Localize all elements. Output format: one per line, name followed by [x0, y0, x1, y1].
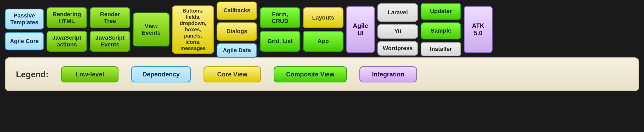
- agile-data-label: Agile Data: [223, 47, 251, 54]
- yii-label: Yii: [394, 28, 401, 35]
- callbacks-node[interactable]: Callbacks: [217, 2, 257, 20]
- passive-templates-node[interactable]: Passive Templates: [5, 9, 44, 29]
- atk-50-node[interactable]: ATK 5.0: [464, 6, 493, 53]
- callbacks-label: Callbacks: [223, 7, 250, 14]
- sample-node[interactable]: Sample: [421, 22, 461, 39]
- agile-core-node[interactable]: Agile Core: [5, 32, 44, 50]
- legend-title: Legend:: [16, 70, 48, 79]
- laravel-node[interactable]: Laravel: [377, 3, 418, 22]
- col-4: View Events: [133, 13, 170, 46]
- javascript-actions-node[interactable]: JavaScript actions: [47, 31, 87, 52]
- layouts-node[interactable]: Layouts: [303, 7, 343, 28]
- col-5: Buttons, fields, dropdown, boxes, panels…: [172, 5, 214, 54]
- col-7: Form, CRUD Grid, List: [260, 7, 300, 52]
- col-2: Rendering HTML JavaScript actions: [47, 7, 87, 52]
- render-tree-label: Render Tree: [100, 11, 120, 25]
- app-node[interactable]: App: [303, 31, 343, 52]
- javascript-events-node[interactable]: JavaScript Events: [90, 31, 130, 52]
- legend-dependency[interactable]: Dependency: [131, 66, 191, 82]
- legend-low-level-label: Low-level: [76, 71, 104, 78]
- col-6: Callbacks Dialogs Agile Data: [217, 2, 257, 58]
- installer-node[interactable]: Installer: [421, 42, 461, 56]
- col-9: Agile UI: [346, 6, 375, 53]
- col-12: ATK 5.0: [464, 6, 493, 53]
- atk-50-label: ATK 5.0: [472, 22, 484, 37]
- legend-area: Legend: Low-level Dependency Core View C…: [5, 57, 639, 91]
- view-events-node[interactable]: View Events: [133, 13, 170, 46]
- dialogs-node[interactable]: Dialogs: [217, 22, 257, 41]
- layouts-label: Layouts: [312, 14, 334, 21]
- legend-integration[interactable]: Integration: [359, 66, 417, 82]
- agile-core-label: Agile Core: [10, 38, 39, 45]
- col-3: Render Tree JavaScript Events: [90, 7, 130, 52]
- legend-dependency-label: Dependency: [142, 71, 180, 78]
- legend-core-view-label: Core View: [217, 71, 247, 78]
- rendering-html-node[interactable]: Rendering HTML: [47, 7, 87, 28]
- legend-composite-view[interactable]: Composite View: [274, 66, 347, 82]
- render-tree-node[interactable]: Render Tree: [90, 7, 130, 28]
- col-10: Laravel Yii Wordpress: [377, 3, 418, 56]
- agile-ui-node[interactable]: Agile UI: [346, 6, 375, 53]
- dialogs-label: Dialogs: [227, 28, 247, 35]
- buttons-fields-node[interactable]: Buttons, fields, dropdown, boxes, panels…: [172, 5, 214, 54]
- rendering-html-label: Rendering HTML: [53, 11, 81, 25]
- col-8: Layouts App: [303, 7, 343, 52]
- grid-list-node[interactable]: Grid, List: [260, 31, 300, 52]
- passive-templates-label: Passive Templates: [10, 12, 38, 26]
- main-diagram: Passive Templates Agile Core Rendering H…: [0, 0, 644, 57]
- col-11: Updater Sample Installer: [421, 3, 461, 56]
- grid-list-label: Grid, List: [267, 38, 293, 45]
- wordpress-node[interactable]: Wordpress: [377, 41, 418, 56]
- updater-node[interactable]: Updater: [421, 3, 461, 20]
- installer-label: Installer: [430, 46, 452, 52]
- app-label: App: [318, 38, 329, 45]
- wordpress-label: Wordpress: [383, 45, 413, 52]
- updater-label: Updater: [430, 8, 452, 15]
- javascript-events-label: JavaScript Events: [95, 34, 125, 48]
- col-1: Passive Templates Agile Core: [5, 9, 44, 50]
- legend-integration-label: Integration: [372, 71, 404, 78]
- form-crud-node[interactable]: Form, CRUD: [260, 7, 300, 28]
- legend-composite-view-label: Composite View: [286, 71, 335, 78]
- form-crud-label: Form, CRUD: [272, 11, 289, 25]
- view-events-label: View Events: [142, 23, 161, 37]
- yii-node[interactable]: Yii: [377, 24, 418, 39]
- buttons-fields-label: Buttons, fields, dropdown, boxes, panels…: [180, 8, 206, 51]
- legend-core-view[interactable]: Core View: [204, 66, 261, 82]
- sample-label: Sample: [431, 27, 451, 34]
- agile-ui-label: Agile UI: [353, 22, 368, 37]
- javascript-actions-label: JavaScript actions: [52, 34, 81, 48]
- laravel-label: Laravel: [388, 9, 408, 16]
- agile-data-node[interactable]: Agile Data: [217, 43, 257, 58]
- legend-low-level[interactable]: Low-level: [61, 66, 118, 82]
